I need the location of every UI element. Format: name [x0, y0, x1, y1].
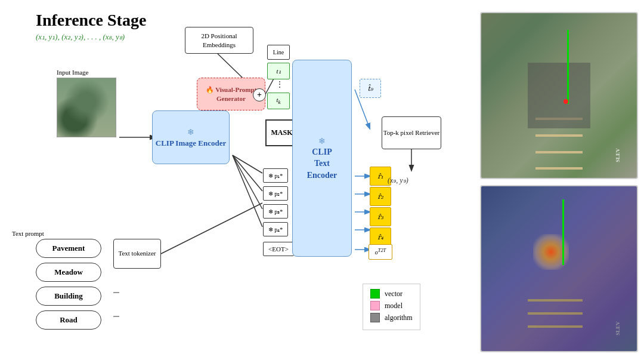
- legend-vector-label: vector: [385, 290, 402, 299]
- prompt-road-label: Road: [60, 315, 78, 325]
- p2-label: ❄ p₂*: [268, 190, 283, 197]
- aerial-image-bottom: SLEV: [480, 185, 638, 352]
- legend-box: vector model algorithm: [363, 284, 420, 330]
- p2-token: ❄ p₂*: [263, 186, 288, 201]
- svg-line-3: [233, 155, 262, 209]
- mask-label: MASK: [271, 128, 293, 137]
- road-marking3: [535, 151, 582, 153]
- t1-label: t₁: [276, 67, 280, 75]
- p4-label: ❄ p₄*: [268, 226, 283, 233]
- coord-output: (x₉, y₉): [388, 176, 408, 185]
- red-dot: [564, 99, 568, 104]
- input-image-label: Input Image: [57, 69, 88, 76]
- prompt-building: Building: [36, 287, 101, 306]
- p3-label: ❄ p₃*: [268, 208, 283, 215]
- topk-label: Top-k pixel Retriever: [383, 128, 440, 137]
- legend-vector-color: [370, 289, 380, 299]
- aerial-image-top: SLEV: [480, 12, 638, 179]
- input-image: [57, 78, 116, 137]
- tokenizer-label: Text tokenizer: [118, 249, 156, 258]
- road-marking-b2: [528, 312, 582, 315]
- legend-vector: vector: [370, 289, 413, 299]
- r3-token: r̂₃: [370, 207, 391, 226]
- slev-label: SLEV: [614, 148, 620, 162]
- history-path: (x₁, y₁), (x₂, y₂), . . . , (x₈, y₈): [36, 32, 146, 42]
- snowflake-icon-clip: ❄: [187, 128, 194, 137]
- clip-text-encoder: ❄ CLIPTextEncoder: [292, 60, 352, 257]
- tokenizer-box: Text tokenizer: [113, 239, 161, 269]
- svg-line-1: [233, 155, 262, 173]
- o-t2t-token: oT2T: [369, 244, 392, 260]
- r2-label: r̂₂: [377, 193, 383, 201]
- page-title: Inference Stage: [36, 11, 146, 30]
- tk-token: tk: [267, 93, 290, 109]
- legend-algorithm: algorithm: [370, 313, 413, 322]
- topk-box: Top-k pixel Retriever: [382, 116, 441, 149]
- line-token-box: Line: [267, 45, 290, 60]
- t-hat-token: t̂₉: [360, 79, 381, 98]
- r2-token: r̂₂: [370, 187, 391, 206]
- plus-symbol: +: [253, 88, 266, 101]
- snowflake-icon-text: ❄: [318, 137, 326, 146]
- slev-label-bottom: SLEV: [614, 321, 620, 336]
- legend-algo-color: [370, 313, 380, 322]
- p4-token: ❄ p₄*: [263, 222, 288, 236]
- right-panel: SLEV SLEV: [480, 12, 638, 352]
- legend-model-color: [370, 301, 380, 310]
- eot-box: <EOT>: [263, 242, 294, 256]
- line-token-label: Line: [273, 49, 284, 56]
- p1-token: ❄ p₁*: [263, 168, 288, 183]
- text-prompt-label: Text prompt: [12, 230, 44, 237]
- road-marking4: [535, 167, 582, 170]
- svg-line-15: [161, 203, 262, 254]
- token-dots: ⋮: [275, 81, 284, 88]
- clip-text-encoder-label: CLIPTextEncoder: [307, 147, 338, 180]
- green-line-top: [567, 30, 569, 104]
- legend-model-label: model: [385, 302, 402, 310]
- p3-token: ❄ p₃*: [263, 204, 288, 219]
- legend-model: model: [370, 301, 413, 310]
- svg-line-7: [265, 78, 274, 94]
- r4-label: r̂₄: [377, 233, 383, 241]
- clip-image-encoder: ❄ CLIP Image Encoder: [152, 110, 230, 164]
- road-marking-b: [528, 299, 582, 302]
- main-container: Inference Stage (x₁, y₁), (x₂, y₂), . . …: [0, 0, 644, 363]
- svg-line-4: [233, 155, 262, 227]
- pos-emb-label: 2D Positional Embeddings: [185, 32, 253, 49]
- road-marking-b3: [528, 325, 582, 328]
- r1-label: r̂₁: [377, 173, 383, 180]
- prompt-meadow: Meadow: [36, 263, 101, 282]
- tk-label: tk: [276, 96, 280, 105]
- p1-label: ❄ p₁*: [268, 173, 283, 179]
- prompt-pavement-label: Pavement: [52, 244, 85, 253]
- green-line-bottom: [562, 199, 564, 265]
- prompt-building-label: Building: [54, 291, 83, 301]
- input-image-content: [57, 78, 116, 137]
- prompt-road: Road: [36, 310, 101, 330]
- svg-line-2: [233, 155, 262, 191]
- vpg-label: 🔥 Visual-PromptGenerator: [206, 85, 257, 103]
- road-marking2: [535, 134, 582, 137]
- r3-label: r̂₃: [377, 213, 383, 221]
- intersection: [528, 63, 590, 128]
- pos-emb-box: 2D Positional Embeddings: [185, 27, 253, 54]
- prompt-pavement: Pavement: [36, 239, 101, 258]
- t1-token: t₁: [267, 63, 290, 79]
- t-hat-label: t̂₉: [368, 85, 373, 93]
- legend-algo-label: algorithm: [385, 313, 413, 322]
- eot-label: <EOT>: [268, 245, 289, 253]
- clip-image-encoder-label: CLIP Image Encoder: [156, 139, 226, 147]
- prompt-meadow-label: Meadow: [54, 267, 83, 277]
- o-t2t-label: oT2T: [375, 248, 386, 256]
